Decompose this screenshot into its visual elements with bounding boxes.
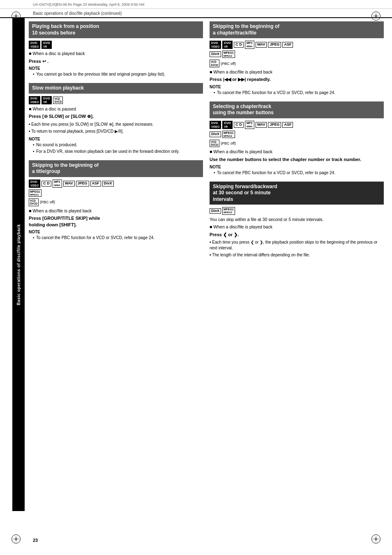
corner-decoration-br: [371, 534, 380, 543]
content-area: Playing back from a position10 seconds b…: [25, 18, 392, 511]
badge-sel-chap-wav: WAV: [256, 122, 267, 128]
badge-skip-title-dvd-video: DVD VIDEO: [29, 180, 40, 188]
section-skipping-title: Skipping to the beginning ofa title/grou…: [29, 160, 203, 241]
section-selecting-chapter-header: Selecting a chapter/trackusing the numbe…: [210, 101, 384, 118]
sel-chap-note: NOTE To cancel the PBC function for a VC…: [210, 165, 384, 176]
section-skipping-title-header: Skipping to the beginning ofa title/grou…: [29, 160, 203, 177]
badge-row-sel-chap-2: DivX MPEG1 MPEG2: [210, 131, 384, 138]
badge-skip-title-jpeg: JPEG: [76, 181, 89, 187]
skip-title-note: NOTE To cancel the PBC function for a VC…: [29, 230, 203, 241]
badge-skip-chap-mp3: MP3WMA: [245, 41, 254, 48]
badge-skip-title-asf: ASF: [90, 181, 101, 187]
badge-row-skip-title-2: MPEG1 MPEG2: [29, 189, 203, 197]
badge-skip-title-divx: DivX: [102, 181, 114, 187]
sel-chap-note-title: NOTE: [210, 165, 384, 169]
badge-skip-title-cd: C D: [42, 181, 51, 187]
badge-skip-chap-dvd-vr: DVD VR: [222, 41, 233, 49]
page: UX-GN7V[US]EN-06.fm Page 23 Wednesday, A…: [0, 0, 392, 555]
skip-fwd-press: Press ❮ or ❯.: [210, 232, 384, 238]
skip-fwd-intro: You can skip within a file at 30 second …: [210, 216, 384, 223]
slow-note-1: No sound is produced.: [33, 142, 203, 148]
sidebar-label: Basic operations of disc/file playback: [16, 224, 21, 305]
section-selecting-chapter: Selecting a chapter/trackusing the numbe…: [210, 101, 384, 176]
sel-chap-note-1: To cancel the PBC function for a VCD or …: [214, 170, 384, 176]
badge-sel-chap-vcd-svcd: VCD SVCD: [210, 140, 219, 147]
badge-skip-title-mpeg: MPEG1 MPEG2: [29, 189, 42, 197]
badge-slow-dvd-video: DVD VIDEO: [29, 96, 40, 104]
main-layout: Basic operations of disc/file playback P…: [0, 18, 392, 511]
skip-chap-when: When a disc/file is played back: [210, 69, 384, 75]
badge-sel-chap-mpeg: MPEG1 MPEG2: [222, 131, 235, 138]
badge-skip-title-mp3: MP3WMA: [53, 180, 62, 187]
slow-press: Press [⊖ SLOW] or [SLOW ⊕].: [29, 113, 203, 120]
section-skipping-chapter-header: Skipping to the beginning ofa chapter/tr…: [210, 21, 384, 38]
badge-sel-chap-dvd-vr: DVD VR: [222, 121, 233, 129]
skip-chap-note-title: NOTE: [210, 85, 384, 89]
file-info: UX-GN7V[US]EN-06.fm Page 23 Wednesday, A…: [0, 0, 392, 9]
skip-fwd-bullet-2: • The length of the interval differs dep…: [210, 252, 384, 258]
badge-skip-chap-asf: ASF: [282, 42, 293, 48]
skip-title-note-title: NOTE: [29, 230, 203, 234]
badge-skip-chap-cd: C D: [234, 42, 244, 48]
pbc-off-sel-chap: (PBC off): [221, 141, 236, 145]
badge-sel-chap-dvd-video: DVD VIDEO: [210, 121, 221, 129]
section-skipping-chapter: Skipping to the beginning ofa chapter/tr…: [210, 21, 384, 96]
skip-chap-note-1: To cancel the PBC function for a VCD or …: [214, 90, 384, 96]
badge-skip-title-wav: WAV: [63, 181, 75, 187]
sidebar-label-wrap: Basic operations of disc/file playback: [12, 18, 25, 511]
badge-skip-chap-wav: WAV: [256, 42, 267, 48]
sel-chap-press: Use the number buttons to select the cha…: [210, 157, 384, 163]
skip-fwd-bullet-1: • Each time you press ❮ or ❯, the playba…: [210, 240, 384, 251]
badge-skip-chap-jpeg: JPEG: [268, 42, 281, 48]
badge-skip-title-vcd-svcd: VCD SVCD: [29, 198, 39, 206]
badge-row-skip-title-1: DVD VIDEO C D MP3WMA WAV JPEG ASF DivX: [29, 180, 203, 188]
slow-note-2: For a DVD VR, slow motion playback can b…: [33, 149, 203, 154]
section-playing-back-header: Playing back from a position10 seconds b…: [29, 21, 203, 38]
playing-back-note-1: You cannot go back to the previous title…: [33, 71, 203, 77]
badge-row-playing: DVD VIDEO DVD VR: [29, 41, 203, 49]
pbc-off-skip-chap: (PBC off): [221, 62, 236, 66]
badge-row-skip-fwd: DivX MPEG1 MPEG2: [210, 207, 384, 214]
corner-decoration-bl: [12, 534, 21, 543]
slow-note-title: NOTE: [29, 137, 203, 141]
corner-decoration-tr: [371, 12, 380, 21]
badge-row-skip-chap-1: DVD VIDEO DVD VR C D MP3WMA WAV JPEG: [210, 41, 384, 49]
skip-chap-press: Press |◀◀ or ▶▶| repeatedly.: [210, 76, 384, 83]
skip-title-press: Press [GROUP/TITLE SKIP] whileholding do…: [29, 215, 203, 228]
badge-sel-chap-mp3: MP3WMA: [245, 121, 254, 129]
section-slow-motion-header: Slow motion playback: [29, 83, 203, 94]
section-playing-back: Playing back from a position10 seconds b…: [29, 21, 203, 77]
section-skipping-forward: Skipping forward/backwardat 30 second or…: [210, 182, 384, 258]
badge-row-skip-chap-2: DivX MPEG1 MPEG2: [210, 51, 384, 58]
pbc-off-skip-title: (PBC off): [40, 200, 55, 204]
section-skipping-forward-header: Skipping forward/backwardat 30 second or…: [210, 182, 384, 205]
two-columns: Playing back from a position10 seconds b…: [29, 21, 384, 264]
playing-back-note: NOTE You cannot go back to the previous …: [29, 66, 203, 77]
badge-row-slow: DVD VIDEO DVD VR VCD SVCD: [29, 96, 203, 104]
badge-skip-chap-dvd-video: DVD VIDEO: [210, 41, 221, 49]
badge-row-sel-chap-1: DVD VIDEO DVD VR C D MP3WMA WAV JPEG: [210, 121, 384, 129]
slow-bullet-1: • Each time you press [⊖ SLOW] or [SLOW …: [29, 122, 203, 127]
badge-sel-chap-asf: ASF: [282, 122, 293, 128]
badge-dvd-vr: DVD VR: [42, 41, 52, 49]
badge-skip-fwd-mpeg: MPEG1 MPEG2: [222, 207, 235, 214]
badge-sel-chap-jpeg: JPEG: [268, 122, 281, 128]
badge-skip-chap-mpeg: MPEG1 MPEG2: [222, 51, 235, 58]
badge-row-skip-chap-3: VCD SVCD (PBC off): [210, 60, 384, 67]
playing-back-press: Press ↩ .: [29, 58, 203, 64]
breadcrumb: Basic operations of disc/file playback (…: [0, 9, 392, 18]
playing-back-when: When a disc is played back: [29, 51, 203, 57]
playing-back-note-title: NOTE: [29, 66, 203, 71]
badge-skip-chap-vcd-svcd: VCD SVCD: [210, 60, 219, 67]
badge-slow-vcd-svcd: VCD SVCD: [53, 97, 63, 104]
section-slow-motion: Slow motion playback DVD VIDEO DVD VR: [29, 83, 203, 154]
badge-sel-chap-cd: C D: [234, 122, 244, 128]
col-right: Skipping to the beginning ofa chapter/tr…: [210, 21, 384, 264]
badge-sel-chap-divx: DivX: [210, 131, 221, 137]
slow-bullet-2: • To return to normal playback, press [D…: [29, 129, 203, 134]
badge-slow-dvd-vr: DVD VR: [42, 96, 52, 104]
skip-chap-note: NOTE To cancel the PBC function for a VC…: [210, 85, 384, 96]
skip-title-note-1: To cancel the PBC function for a VCD or …: [33, 235, 203, 241]
sel-chap-when: When a disc/file is played back: [210, 149, 384, 155]
skip-title-when: When a disc/file is played back: [29, 208, 203, 214]
